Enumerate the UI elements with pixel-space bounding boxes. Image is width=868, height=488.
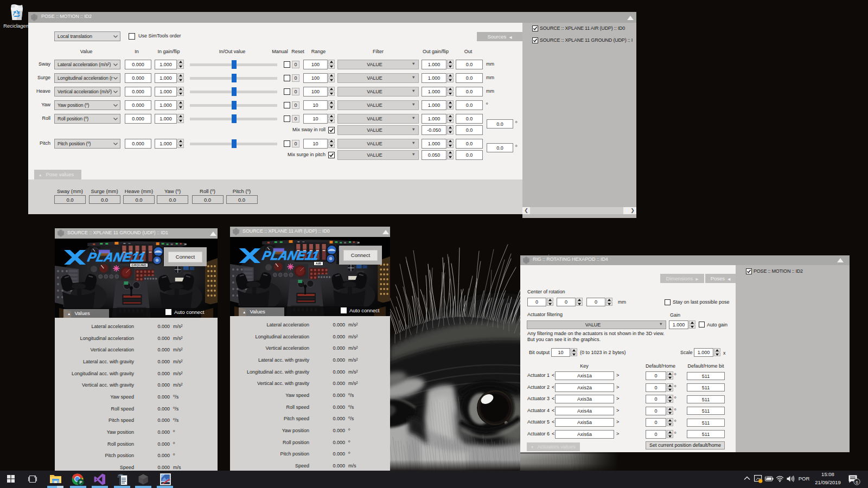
svg-text:PLANE11: PLANE11 <box>261 248 320 262</box>
svg-text:P: P <box>79 480 82 485</box>
svg-text:PLANE11: PLANE11 <box>86 250 146 264</box>
svg-text:6: 6 <box>856 480 858 485</box>
